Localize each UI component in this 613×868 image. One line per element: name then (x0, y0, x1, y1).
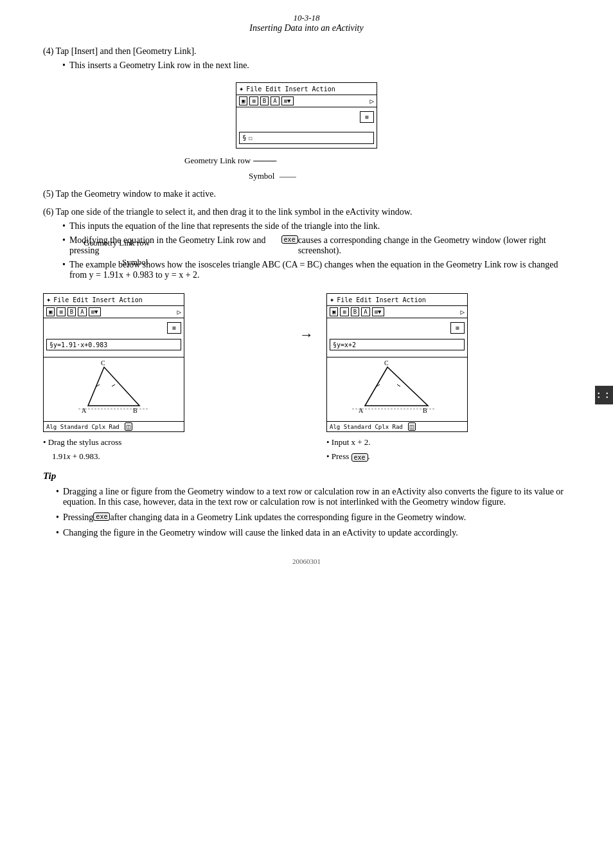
svg-line-3 (112, 384, 115, 386)
arrow-btn-l[interactable]: ▷ (177, 308, 181, 316)
step-5-label: (5) Tap the Geometry window to make it a… (43, 189, 570, 199)
a-btn-r[interactable]: A (361, 307, 369, 316)
link-row-step4: § ☐ (239, 132, 374, 144)
calc-body-step4: ⊞ § ☐ (236, 107, 377, 148)
svg-text:C: C (101, 359, 105, 366)
equation-text-left: §y=1.91·x+0.983 (49, 341, 107, 348)
symbol-arrow: —— (280, 171, 296, 181)
calc-body-right: ⊞ §y=x+2 (327, 318, 467, 357)
b-btn-l[interactable]: B (67, 307, 76, 316)
svg-text:B: B (133, 407, 138, 414)
grid-btn-r[interactable]: ⊞ (340, 307, 348, 316)
step4-screenshot-container: ✦ File Edit Insert Action ▣ ⊞ B A ⊞▼ ▷ ⊞ (43, 77, 570, 181)
tip-bullet2: Pressing exe after changing data in a Ge… (56, 512, 570, 523)
tip-title: Tip (43, 471, 570, 482)
footer-code: 20060301 (292, 557, 321, 565)
svg-text:A: A (359, 407, 364, 414)
page-number: 10-3-18 (43, 13, 570, 23)
menubar-step4: ✦ File Edit Insert Action (236, 83, 377, 95)
cursor: ☐ (249, 134, 253, 141)
status-icon-right: ◫ (408, 422, 416, 431)
step-6-label: (6) Tap one side of the triangle to sele… (43, 207, 570, 217)
side-tab: •• •• •• •• •• •• (595, 386, 613, 404)
left-screenshot-col: ✦ File Edit Insert Action ▣ ⊞ B A ⊞▼ ▷ ⊞ (43, 288, 287, 462)
svg-text:C: C (384, 359, 389, 366)
right-arrow: → (299, 327, 314, 343)
empty-row-r: ⊞ (330, 321, 465, 335)
exe-btn-caption: exe (351, 453, 368, 462)
calc-screen-right: ✦ File Edit Insert Action ▣ ⊞ B A ⊞▼ ▷ ⊞ (326, 293, 468, 432)
geo-btn-r[interactable]: ⊞▼ (372, 307, 384, 316)
svg-marker-8 (365, 367, 428, 406)
annotations: Geometry Link row —— Symbol —— (236, 154, 377, 181)
toolbar-step4: ▣ ⊞ B A ⊞▼ ▷ (236, 95, 377, 107)
check-icon-right: ✦ (330, 295, 334, 304)
geo-btn[interactable]: ⊞▼ (281, 96, 294, 105)
step-6-bullet1: This inputs the equation of the line tha… (62, 221, 570, 231)
arrow-right: —— (253, 154, 276, 167)
step-5: (5) Tap the Geometry window to make it a… (43, 189, 570, 199)
save-btn-r[interactable]: ▣ (330, 307, 338, 316)
screenshots-row: ✦ File Edit Insert Action ▣ ⊞ B A ⊞▼ ▷ ⊞ (43, 288, 570, 462)
caption-right-1: • Input x + 2. (326, 437, 570, 448)
exe-icon-1: exe (281, 235, 298, 244)
menubar-right: ✦ File Edit Insert Action (327, 294, 467, 306)
tip-bullet3: Changing the figure in the Geometry wind… (56, 528, 570, 538)
status-icon-left: ◫ (125, 422, 132, 431)
link-symbol: § (242, 134, 247, 142)
grid-btn-l[interactable]: ⊞ (57, 307, 65, 316)
spacer-r (330, 335, 465, 338)
geo-link-row-text: Geometry Link row (84, 238, 150, 248)
geo-link-row-label-abs: Geometry Link row (84, 238, 150, 248)
symbol-label: Symbol (249, 171, 274, 181)
triangle-svg-right: C A B (327, 357, 467, 415)
toolbar-right: ▣ ⊞ B A ⊞▼ ▷ (327, 306, 467, 318)
page: 10-3-18 Inserting Data into an eActivity… (30, 0, 583, 591)
step-4: (4) Tap [Insert] and then [Geometry Link… (43, 46, 570, 181)
check-icon: ✦ (239, 84, 244, 93)
svg-text:A: A (82, 407, 87, 414)
a-btn-l[interactable]: A (78, 307, 86, 316)
tip-bullet1: Dragging a line or figure from the Geome… (56, 487, 570, 507)
geo-icon-step4: ⊞ (360, 111, 374, 123)
svg-marker-1 (88, 367, 139, 406)
svg-line-10 (397, 384, 400, 386)
footer: 20060301 (43, 557, 570, 565)
b-btn[interactable]: B (260, 96, 269, 105)
page-title: Inserting Data into an eActivity (43, 23, 570, 33)
equation-row-left: §y=1.91·x+0.983 (46, 339, 181, 350)
save-btn-l[interactable]: ▣ (46, 307, 55, 316)
b-btn-r[interactable]: B (351, 307, 359, 316)
geo-status-right: Alg Standard Cplx Rad ◫ (327, 421, 467, 431)
exe-icon-tip: exe (93, 512, 110, 521)
arrow-col: → (299, 288, 314, 343)
caption-left-1: • Drag the stylus across (43, 437, 287, 448)
menubar-text-right: File Edit Insert Action (337, 296, 425, 303)
geo-link-annotation: Geometry Link row —— (184, 154, 377, 167)
arrow-btn-r[interactable]: ▷ (460, 308, 465, 316)
equation-text-right: §y=x+2 (333, 341, 356, 348)
geo-btn-l[interactable]: ⊞▼ (89, 307, 101, 316)
a-btn[interactable]: A (271, 96, 279, 105)
geo-window-right: C A B (327, 357, 467, 421)
caption-left-2: 1.91x + 0.983. (52, 451, 287, 462)
step4-diagram: ✦ File Edit Insert Action ▣ ⊞ B A ⊞▼ ▷ ⊞ (236, 77, 377, 181)
geo-window-left: C A B (44, 357, 184, 421)
menubar-text-left: File Edit Insert Action (53, 296, 142, 303)
geo-status-left: Alg Standard Cplx Rad ◫ (44, 421, 184, 431)
equation-row-right: §y=x+2 (330, 339, 465, 350)
arrow-btn[interactable]: ▷ (369, 97, 374, 105)
calc-body-left: ⊞ §y=1.91·x+0.983 (44, 318, 184, 357)
geo-icon-right: ⊞ (450, 322, 465, 334)
empty-row-l: ⊞ (46, 321, 181, 335)
symbol-text: Symbol (122, 257, 148, 267)
spacer1 (239, 124, 374, 131)
grid-btn[interactable]: ⊞ (249, 96, 258, 105)
page-header: 10-3-18 Inserting Data into an eActivity (43, 13, 570, 33)
geo-icon-left: ⊞ (167, 322, 181, 334)
calc-screen-left: ✦ File Edit Insert Action ▣ ⊞ B A ⊞▼ ▷ ⊞ (43, 293, 184, 432)
toolbar-left: ▣ ⊞ B A ⊞▼ ▷ (44, 306, 184, 318)
menubar-left: ✦ File Edit Insert Action (44, 294, 184, 306)
save-btn[interactable]: ▣ (239, 96, 247, 105)
triangle-svg-left: C A B (44, 357, 184, 415)
